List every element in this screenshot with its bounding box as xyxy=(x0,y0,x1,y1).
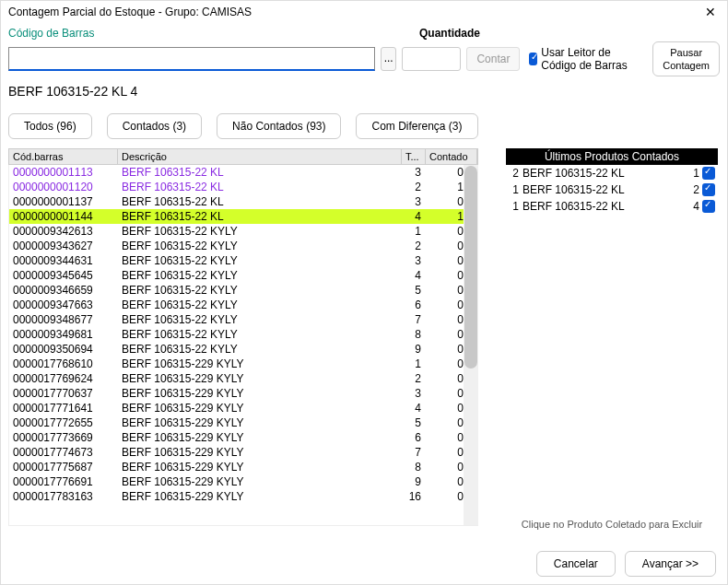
table-row[interactable]: 0000009350694BERF 106315-22 KYLY90 xyxy=(9,342,478,357)
cell-t: 16 xyxy=(403,490,427,503)
table-row[interactable]: 0000009348677BERF 106315-22 KYLY70 xyxy=(9,312,478,327)
table-row[interactable]: 0000009342613BERF 106315-22 KYLY10 xyxy=(9,224,478,239)
cell-t: 3 xyxy=(403,166,427,179)
cell-t: 9 xyxy=(403,475,427,488)
tab-nao-contados[interactable]: Não Contados (93) xyxy=(217,113,341,139)
table-row[interactable]: 0000017772655BERF 106315-229 KYLY50 xyxy=(9,415,478,430)
cell-desc: BERF 106315-229 KYLY xyxy=(118,416,403,429)
cell-desc: BERF 106315-22 KYLY xyxy=(118,328,403,341)
cell-desc: BERF 106315-229 KYLY xyxy=(118,475,403,488)
cell-t: 6 xyxy=(403,431,427,444)
cell-desc: BERF 106315-22 KYLY xyxy=(118,343,403,356)
scroll-thumb[interactable] xyxy=(464,166,477,369)
tab-contados[interactable]: Contados (3) xyxy=(107,113,202,139)
table-row[interactable]: 0000017771641BERF 106315-229 KYLY40 xyxy=(9,401,478,415)
cell-t: 7 xyxy=(403,446,427,459)
table-row[interactable]: 0000017774673BERF 106315-229 KYLY70 xyxy=(9,445,478,460)
cell-barcode: 0000009347663 xyxy=(9,298,118,311)
quantity-input[interactable] xyxy=(402,47,461,71)
cell-barcode: 0000009350694 xyxy=(9,343,118,356)
cell-barcode: 0000009343627 xyxy=(9,240,118,252)
cell-t: 3 xyxy=(403,195,427,208)
table-row[interactable]: 0000009345645BERF 106315-22 KYLY40 xyxy=(9,268,478,283)
pausar-button[interactable]: Pausar Contagem xyxy=(652,41,720,76)
cancel-button[interactable]: Cancelar xyxy=(536,551,616,577)
use-reader-checkbox[interactable] xyxy=(529,53,537,65)
cell-barcode: 0000000001113 xyxy=(9,166,118,179)
cell-barcode: 0000017775687 xyxy=(9,461,118,474)
recent-n: 1 xyxy=(683,167,699,180)
cell-desc: BERF 106315-229 KYLY xyxy=(118,431,403,444)
tab-diferenca[interactable]: Com Diferença (3) xyxy=(356,113,477,139)
cell-barcode: 0000017768610 xyxy=(9,357,118,370)
recent-checkbox[interactable] xyxy=(702,167,715,180)
recent-checkbox[interactable] xyxy=(702,200,715,213)
tab-todos[interactable]: Todos (96) xyxy=(8,113,92,139)
recent-row[interactable]: 2BERF 106315-22 KL1 xyxy=(506,165,718,181)
table-row[interactable]: 0000017770637BERF 106315-229 KYLY30 xyxy=(9,386,478,401)
cell-t: 7 xyxy=(403,313,427,326)
cell-desc: BERF 106315-22 KL xyxy=(118,210,403,223)
recent-n: 2 xyxy=(683,183,699,196)
scrollbar[interactable] xyxy=(464,165,478,525)
cell-barcode: 0000009349681 xyxy=(9,328,118,341)
cell-desc: BERF 106315-22 KYLY xyxy=(118,269,403,282)
recent-desc: BERF 106315-22 KL xyxy=(523,183,683,196)
col-counted[interactable]: Contado xyxy=(426,149,477,164)
next-button[interactable]: Avançar >> xyxy=(625,551,716,577)
cell-desc: BERF 106315-229 KYLY xyxy=(118,446,403,459)
cell-barcode: 0000017773669 xyxy=(9,431,118,444)
cell-barcode: 0000017774673 xyxy=(9,446,118,459)
recent-title: Últimos Produtos Contados xyxy=(506,148,718,165)
cell-barcode: 0000017772655 xyxy=(9,416,118,429)
col-barcode[interactable]: Cód.barras xyxy=(9,149,118,164)
table-body: 0000000001113BERF 106315-22 KL3000000000… xyxy=(8,165,478,526)
cell-barcode: 0000017776691 xyxy=(9,475,118,488)
contar-button[interactable]: Contar xyxy=(466,47,520,71)
cell-barcode: 0000000001137 xyxy=(9,195,118,208)
cell-t: 3 xyxy=(403,254,427,267)
table-row[interactable]: 0000000001144BERF 106315-22 KL41 xyxy=(9,209,478,224)
col-desc[interactable]: Descrição xyxy=(118,149,402,164)
table-row[interactable]: 0000000001113BERF 106315-22 KL30 xyxy=(9,165,478,180)
cell-t: 9 xyxy=(403,343,427,356)
recent-row[interactable]: 1BERF 106315-22 KL2 xyxy=(506,181,718,198)
recent-checkbox[interactable] xyxy=(702,183,715,196)
table-row[interactable]: 0000009347663BERF 106315-22 KYLY60 xyxy=(9,298,478,312)
table-row[interactable]: 0000000001137BERF 106315-22 KL30 xyxy=(9,194,478,209)
cell-barcode: 0000009348677 xyxy=(9,313,118,326)
cell-t: 5 xyxy=(403,416,427,429)
cell-desc: BERF 106315-22 KYLY xyxy=(118,225,403,238)
table-row[interactable]: 0000017783163BERF 106315-229 KYLY160 xyxy=(9,489,478,504)
recent-hint: Clique no Produto Coletado para Excluir xyxy=(506,519,718,530)
table-row[interactable]: 0000017769624BERF 106315-229 KYLY20 xyxy=(9,371,478,386)
table-row[interactable]: 0000009346659BERF 106315-22 KYLY50 xyxy=(9,283,478,298)
table-row[interactable]: 0000000001120BERF 106315-22 KL21 xyxy=(9,180,478,194)
cell-barcode: 0000009346659 xyxy=(9,284,118,297)
cell-t: 6 xyxy=(403,298,427,311)
col-t[interactable]: T... xyxy=(402,149,426,164)
table-row[interactable]: 0000017768610BERF 106315-229 KYLY10 xyxy=(9,357,478,371)
barcode-input[interactable] xyxy=(8,47,375,71)
close-icon[interactable]: ✕ xyxy=(701,5,720,19)
table-row[interactable]: 0000009349681BERF 106315-22 KYLY80 xyxy=(9,327,478,342)
cell-desc: BERF 106315-229 KYLY xyxy=(118,357,403,370)
recent-qty: 2 xyxy=(506,167,523,180)
table-row[interactable]: 0000009343627BERF 106315-22 KYLY20 xyxy=(9,239,478,253)
cell-barcode: 0000009344631 xyxy=(9,254,118,267)
table-row[interactable]: 0000017775687BERF 106315-229 KYLY80 xyxy=(9,460,478,474)
cell-desc: BERF 106315-22 KYLY xyxy=(118,240,403,252)
table-row[interactable]: 0000017773669BERF 106315-229 KYLY60 xyxy=(9,430,478,445)
recent-row[interactable]: 1BERF 106315-22 KL4 xyxy=(506,198,718,215)
cell-desc: BERF 106315-22 KYLY xyxy=(118,313,403,326)
recent-qty: 1 xyxy=(506,183,523,196)
cell-desc: BERF 106315-22 KYLY xyxy=(118,298,403,311)
cell-desc: BERF 106315-22 KL xyxy=(118,166,403,179)
quantity-label: Quantidade xyxy=(419,27,480,40)
status-line: BERF 106315-22 KL 4 xyxy=(1,82,727,108)
table-row[interactable]: 0000009344631BERF 106315-22 KYLY30 xyxy=(9,253,478,268)
cell-t: 3 xyxy=(403,387,427,400)
cell-barcode: 0000017769624 xyxy=(9,372,118,385)
browse-button[interactable]: ... xyxy=(381,47,396,71)
table-row[interactable]: 0000017776691BERF 106315-229 KYLY90 xyxy=(9,474,478,489)
